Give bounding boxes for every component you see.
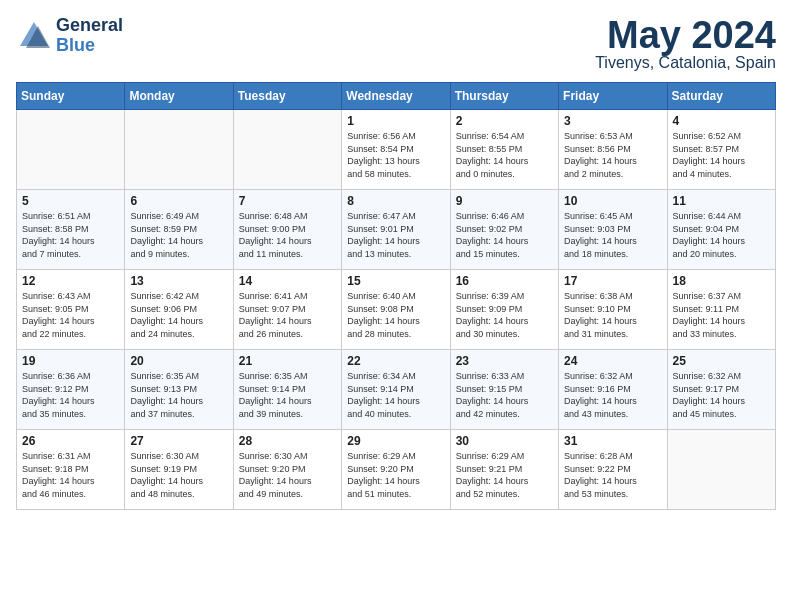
day-number: 26 [22, 434, 119, 448]
day-header-monday: Monday [125, 83, 233, 110]
calendar-cell: 8Sunrise: 6:47 AM Sunset: 9:01 PM Daylig… [342, 190, 450, 270]
calendar-cell: 9Sunrise: 6:46 AM Sunset: 9:02 PM Daylig… [450, 190, 558, 270]
calendar-cell: 13Sunrise: 6:42 AM Sunset: 9:06 PM Dayli… [125, 270, 233, 350]
days-header-row: SundayMondayTuesdayWednesdayThursdayFrid… [17, 83, 776, 110]
cell-details: Sunrise: 6:38 AM Sunset: 9:10 PM Dayligh… [564, 290, 661, 340]
cell-details: Sunrise: 6:54 AM Sunset: 8:55 PM Dayligh… [456, 130, 553, 180]
calendar-cell: 3Sunrise: 6:53 AM Sunset: 8:56 PM Daylig… [559, 110, 667, 190]
logo-general-text: General [56, 16, 123, 36]
day-number: 18 [673, 274, 770, 288]
calendar-cell: 7Sunrise: 6:48 AM Sunset: 9:00 PM Daylig… [233, 190, 341, 270]
calendar-cell: 6Sunrise: 6:49 AM Sunset: 8:59 PM Daylig… [125, 190, 233, 270]
cell-details: Sunrise: 6:37 AM Sunset: 9:11 PM Dayligh… [673, 290, 770, 340]
calendar-cell: 10Sunrise: 6:45 AM Sunset: 9:03 PM Dayli… [559, 190, 667, 270]
calendar-cell: 15Sunrise: 6:40 AM Sunset: 9:08 PM Dayli… [342, 270, 450, 350]
cell-details: Sunrise: 6:33 AM Sunset: 9:15 PM Dayligh… [456, 370, 553, 420]
cell-details: Sunrise: 6:31 AM Sunset: 9:18 PM Dayligh… [22, 450, 119, 500]
day-number: 14 [239, 274, 336, 288]
calendar-week-3: 12Sunrise: 6:43 AM Sunset: 9:05 PM Dayli… [17, 270, 776, 350]
cell-details: Sunrise: 6:30 AM Sunset: 9:20 PM Dayligh… [239, 450, 336, 500]
cell-details: Sunrise: 6:29 AM Sunset: 9:20 PM Dayligh… [347, 450, 444, 500]
cell-details: Sunrise: 6:35 AM Sunset: 9:13 PM Dayligh… [130, 370, 227, 420]
cell-details: Sunrise: 6:45 AM Sunset: 9:03 PM Dayligh… [564, 210, 661, 260]
day-number: 12 [22, 274, 119, 288]
page-header: General Blue May 2024 Tivenys, Catalonia… [16, 16, 776, 72]
day-number: 6 [130, 194, 227, 208]
cell-details: Sunrise: 6:52 AM Sunset: 8:57 PM Dayligh… [673, 130, 770, 180]
location-subtitle: Tivenys, Catalonia, Spain [595, 54, 776, 72]
cell-details: Sunrise: 6:44 AM Sunset: 9:04 PM Dayligh… [673, 210, 770, 260]
cell-details: Sunrise: 6:30 AM Sunset: 9:19 PM Dayligh… [130, 450, 227, 500]
day-number: 30 [456, 434, 553, 448]
day-number: 5 [22, 194, 119, 208]
day-number: 10 [564, 194, 661, 208]
day-number: 15 [347, 274, 444, 288]
day-number: 7 [239, 194, 336, 208]
day-number: 24 [564, 354, 661, 368]
cell-details: Sunrise: 6:35 AM Sunset: 9:14 PM Dayligh… [239, 370, 336, 420]
cell-details: Sunrise: 6:40 AM Sunset: 9:08 PM Dayligh… [347, 290, 444, 340]
month-year-title: May 2024 [595, 16, 776, 54]
calendar-cell: 24Sunrise: 6:32 AM Sunset: 9:16 PM Dayli… [559, 350, 667, 430]
day-header-wednesday: Wednesday [342, 83, 450, 110]
day-number: 20 [130, 354, 227, 368]
day-number: 8 [347, 194, 444, 208]
calendar-cell [233, 110, 341, 190]
day-number: 23 [456, 354, 553, 368]
day-header-tuesday: Tuesday [233, 83, 341, 110]
day-number: 9 [456, 194, 553, 208]
cell-details: Sunrise: 6:28 AM Sunset: 9:22 PM Dayligh… [564, 450, 661, 500]
day-header-sunday: Sunday [17, 83, 125, 110]
logo-blue-text: Blue [56, 36, 123, 56]
day-number: 25 [673, 354, 770, 368]
day-number: 29 [347, 434, 444, 448]
day-number: 22 [347, 354, 444, 368]
cell-details: Sunrise: 6:56 AM Sunset: 8:54 PM Dayligh… [347, 130, 444, 180]
calendar-cell: 25Sunrise: 6:32 AM Sunset: 9:17 PM Dayli… [667, 350, 775, 430]
calendar-cell: 12Sunrise: 6:43 AM Sunset: 9:05 PM Dayli… [17, 270, 125, 350]
calendar-week-4: 19Sunrise: 6:36 AM Sunset: 9:12 PM Dayli… [17, 350, 776, 430]
day-number: 2 [456, 114, 553, 128]
calendar-cell: 1Sunrise: 6:56 AM Sunset: 8:54 PM Daylig… [342, 110, 450, 190]
day-number: 3 [564, 114, 661, 128]
day-number: 27 [130, 434, 227, 448]
calendar-cell: 28Sunrise: 6:30 AM Sunset: 9:20 PM Dayli… [233, 430, 341, 510]
cell-details: Sunrise: 6:39 AM Sunset: 9:09 PM Dayligh… [456, 290, 553, 340]
calendar-week-1: 1Sunrise: 6:56 AM Sunset: 8:54 PM Daylig… [17, 110, 776, 190]
calendar-cell: 2Sunrise: 6:54 AM Sunset: 8:55 PM Daylig… [450, 110, 558, 190]
calendar-cell: 29Sunrise: 6:29 AM Sunset: 9:20 PM Dayli… [342, 430, 450, 510]
day-number: 11 [673, 194, 770, 208]
calendar-cell [125, 110, 233, 190]
calendar-cell: 31Sunrise: 6:28 AM Sunset: 9:22 PM Dayli… [559, 430, 667, 510]
calendar-week-5: 26Sunrise: 6:31 AM Sunset: 9:18 PM Dayli… [17, 430, 776, 510]
cell-details: Sunrise: 6:36 AM Sunset: 9:12 PM Dayligh… [22, 370, 119, 420]
calendar-cell: 5Sunrise: 6:51 AM Sunset: 8:58 PM Daylig… [17, 190, 125, 270]
cell-details: Sunrise: 6:43 AM Sunset: 9:05 PM Dayligh… [22, 290, 119, 340]
day-number: 4 [673, 114, 770, 128]
cell-details: Sunrise: 6:47 AM Sunset: 9:01 PM Dayligh… [347, 210, 444, 260]
day-number: 21 [239, 354, 336, 368]
day-number: 28 [239, 434, 336, 448]
cell-details: Sunrise: 6:49 AM Sunset: 8:59 PM Dayligh… [130, 210, 227, 260]
calendar-cell: 20Sunrise: 6:35 AM Sunset: 9:13 PM Dayli… [125, 350, 233, 430]
day-number: 17 [564, 274, 661, 288]
calendar-cell: 11Sunrise: 6:44 AM Sunset: 9:04 PM Dayli… [667, 190, 775, 270]
logo-icon [16, 18, 52, 54]
cell-details: Sunrise: 6:29 AM Sunset: 9:21 PM Dayligh… [456, 450, 553, 500]
cell-details: Sunrise: 6:53 AM Sunset: 8:56 PM Dayligh… [564, 130, 661, 180]
calendar-cell: 4Sunrise: 6:52 AM Sunset: 8:57 PM Daylig… [667, 110, 775, 190]
calendar-cell [17, 110, 125, 190]
logo: General Blue [16, 16, 123, 56]
cell-details: Sunrise: 6:48 AM Sunset: 9:00 PM Dayligh… [239, 210, 336, 260]
day-number: 19 [22, 354, 119, 368]
calendar-cell: 22Sunrise: 6:34 AM Sunset: 9:14 PM Dayli… [342, 350, 450, 430]
calendar-week-2: 5Sunrise: 6:51 AM Sunset: 8:58 PM Daylig… [17, 190, 776, 270]
calendar-cell: 23Sunrise: 6:33 AM Sunset: 9:15 PM Dayli… [450, 350, 558, 430]
calendar-cell: 18Sunrise: 6:37 AM Sunset: 9:11 PM Dayli… [667, 270, 775, 350]
cell-details: Sunrise: 6:41 AM Sunset: 9:07 PM Dayligh… [239, 290, 336, 340]
cell-details: Sunrise: 6:34 AM Sunset: 9:14 PM Dayligh… [347, 370, 444, 420]
calendar-cell: 21Sunrise: 6:35 AM Sunset: 9:14 PM Dayli… [233, 350, 341, 430]
cell-details: Sunrise: 6:46 AM Sunset: 9:02 PM Dayligh… [456, 210, 553, 260]
day-header-saturday: Saturday [667, 83, 775, 110]
day-number: 16 [456, 274, 553, 288]
